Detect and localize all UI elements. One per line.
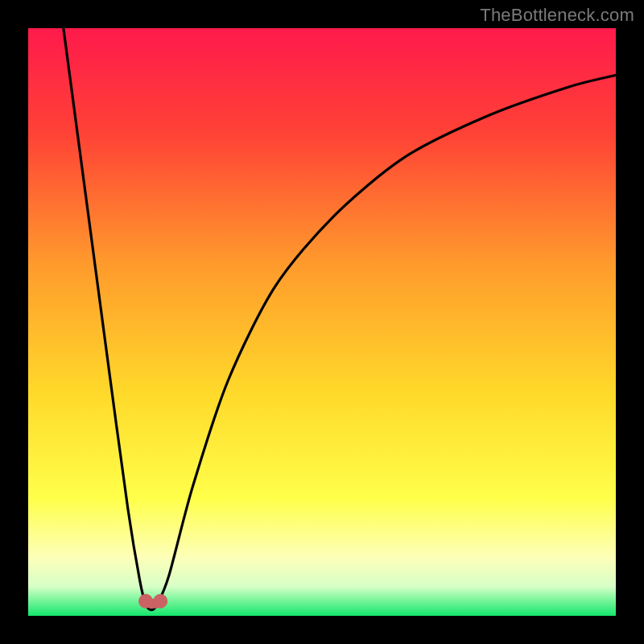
bottleneck-curve (28, 28, 616, 616)
chart-frame (28, 28, 616, 616)
attribution-text: TheBottleneck.com (480, 5, 634, 26)
curve-marker (153, 594, 167, 609)
curve-marker (138, 594, 153, 609)
